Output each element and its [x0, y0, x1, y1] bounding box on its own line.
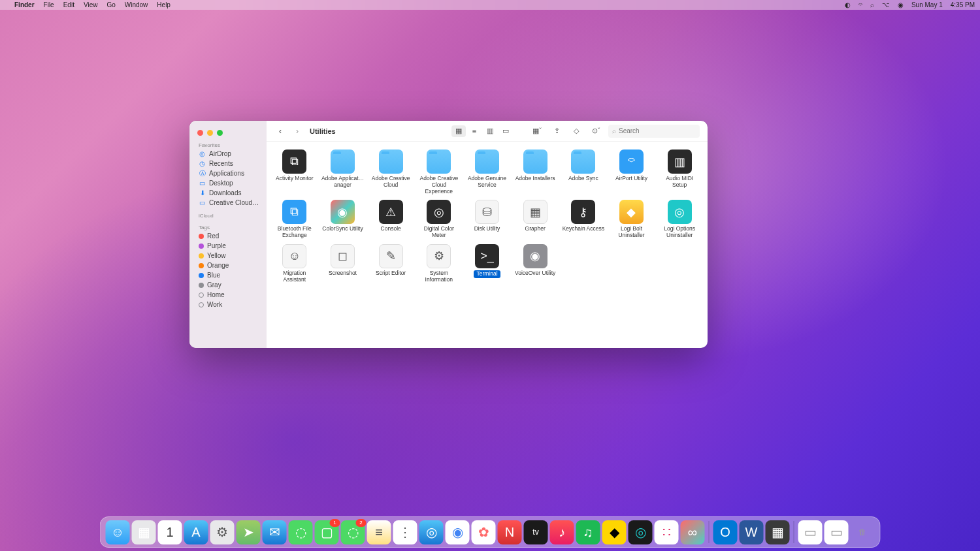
file-item[interactable]: ⚠Console [367, 198, 415, 240]
file-item[interactable]: ⚷Keychain Access [559, 198, 608, 240]
dock-item-safari[interactable]: ◎ [419, 520, 444, 544]
menubar-date[interactable]: Sun May 1 [911, 1, 943, 8]
dock-item-messages[interactable]: ◌ [289, 520, 313, 544]
file-item[interactable]: Adobe Creative Cloud Experience [415, 148, 463, 196]
sidebar: Favorites ◎AirDrop◷RecentsⒶApplications▭… [189, 121, 267, 348]
dock-item-settings[interactable]: ⚙ [210, 520, 235, 544]
file-item[interactable]: ▦Grapher [511, 198, 559, 240]
file-item[interactable]: ⚙System Information [415, 243, 463, 285]
window-maximize-button[interactable] [217, 130, 223, 136]
sidebar-tag[interactable]: Work [189, 300, 267, 309]
window-close-button[interactable] [197, 130, 203, 136]
dock-item-notes[interactable]: ≡ [367, 520, 391, 544]
search-field[interactable]: ⌕ [608, 125, 700, 138]
dock-item-mail[interactable]: ✉ [263, 520, 287, 544]
sidebar-tag[interactable]: Purple [189, 241, 267, 251]
sidebar-tag[interactable]: Home [189, 290, 267, 300]
tag-dot-icon [199, 263, 204, 268]
sidebar-item[interactable]: ◎AirDrop [189, 149, 267, 159]
dock-item-launchpad[interactable]: ▦ [132, 520, 156, 544]
dock-item-calendar[interactable]: 1 [158, 520, 182, 544]
app-menu[interactable]: Finder [14, 1, 35, 8]
sidebar-item[interactable]: ⬇Downloads [189, 188, 267, 198]
sidebar-tag[interactable]: Red [189, 231, 267, 241]
view-gallery-button[interactable]: ▭ [498, 125, 513, 137]
file-item[interactable]: ⧉Bluetooth File Exchange [270, 198, 319, 240]
sidebar-item[interactable]: ▭Desktop [189, 178, 267, 188]
back-button[interactable]: ‹ [274, 125, 286, 137]
control-center-icon[interactable]: ⌥ [882, 1, 890, 8]
dock-item-news[interactable]: N [498, 520, 522, 544]
menu-file[interactable]: File [44, 1, 54, 8]
dock-item-logi[interactable]: ◆ [602, 520, 627, 544]
file-item[interactable]: ◉ColorSync Utility [319, 198, 367, 240]
view-columns-button[interactable]: ▥ [483, 125, 497, 137]
menu-window[interactable]: Window [125, 1, 148, 8]
dock-item-appstore[interactable]: A [184, 520, 208, 544]
sidebar-item[interactable]: ⒶApplications [189, 168, 267, 178]
sidebar-tag[interactable]: Gray [189, 280, 267, 290]
file-item[interactable]: ☺Migration Assistant [270, 243, 319, 285]
menubar-time[interactable]: 4:35 PM [951, 1, 975, 8]
dock-item-slack[interactable]: ∷ [655, 520, 679, 544]
sidebar-item[interactable]: ◷Recents [189, 159, 267, 168]
file-item[interactable]: Adobe Creative Cloud [367, 148, 415, 196]
file-item[interactable]: Adobe Genuine Service [463, 148, 512, 196]
file-item[interactable]: ◉VoiceOver Utility [511, 243, 559, 285]
group-button[interactable]: ▦ˇ [530, 125, 544, 137]
dock-item-outlook[interactable]: O [713, 520, 738, 544]
dock-item-music[interactable]: ♪ [550, 520, 574, 544]
dock-item-word[interactable]: W [740, 520, 764, 544]
dock-separator [794, 521, 794, 543]
file-item[interactable]: ◎Logi Options Uninstaller [655, 198, 704, 240]
sidebar-item[interactable]: ▭Creative Cloud… [189, 198, 267, 208]
file-item[interactable]: ⛁Disk Utility [463, 198, 512, 240]
sidebar-tag[interactable]: Blue [189, 270, 267, 280]
dock-item-messages2[interactable]: ◌ [341, 520, 365, 544]
dock-item-cc[interactable]: ∞ [681, 520, 705, 544]
siri-icon[interactable]: ◉ [898, 1, 904, 8]
status-icon[interactable]: ◐ [845, 1, 851, 8]
dock-item-spotify[interactable]: ♫ [576, 520, 600, 544]
dock-item-calc[interactable]: ▦ [766, 520, 790, 544]
menu-go[interactable]: Go [106, 1, 115, 8]
sidebar-item-label: Downloads [209, 189, 241, 197]
file-item[interactable]: ✎Script Editor [367, 243, 415, 285]
file-item[interactable]: Adobe Installers [511, 148, 559, 196]
dock-item-facetime[interactable]: ▢ [315, 520, 339, 544]
dock-item-finder[interactable]: ☺ [106, 520, 130, 544]
spotlight-icon[interactable]: ⌕ [870, 1, 874, 8]
share-button[interactable]: ⇪ [549, 125, 564, 137]
view-list-button[interactable]: ≡ [467, 125, 482, 137]
tags-button[interactable]: ◇ [569, 125, 583, 137]
file-item[interactable]: >_Terminal [463, 243, 512, 285]
dock-item-trash[interactable]: 🗑 [851, 520, 875, 544]
file-item[interactable]: ◆Logi Bolt Uninstaller [608, 198, 656, 240]
wifi-icon[interactable]: ⌔ [858, 1, 862, 8]
menu-view[interactable]: View [84, 1, 98, 8]
view-icons-button[interactable]: ▦ [451, 125, 466, 137]
menu-edit[interactable]: Edit [63, 1, 74, 8]
file-item[interactable]: ◎Digital Color Meter [415, 198, 463, 240]
file-item[interactable]: ▥Audio MIDI Setup [655, 148, 704, 196]
actions-button[interactable]: ⊙ˇ [589, 125, 603, 137]
dock-item-photos[interactable]: ✿ [472, 520, 496, 544]
dock-item-tv[interactable]: tv [524, 520, 548, 544]
file-item[interactable]: ⌔AirPort Utility [608, 148, 656, 196]
dock-item-folder[interactable]: ▭ [798, 520, 823, 544]
sidebar-tag[interactable]: Orange [189, 260, 267, 270]
file-item[interactable]: Adobe Sync [559, 148, 608, 196]
file-item[interactable]: Adobe Applicat…anager [319, 148, 367, 196]
dock-item-globe[interactable]: ◎ [629, 520, 653, 544]
sidebar-tag[interactable]: Yellow [189, 251, 267, 260]
dock-item-folder2[interactable]: ▭ [825, 520, 849, 544]
file-item[interactable]: ◻Screenshot [319, 243, 367, 285]
file-item[interactable]: ⧉Activity Monitor [270, 148, 319, 196]
dock-item-chrome[interactable]: ◉ [446, 520, 470, 544]
dock-item-reminders[interactable]: ⋮ [393, 520, 417, 544]
menu-help[interactable]: Help [157, 1, 171, 8]
window-minimize-button[interactable] [207, 130, 213, 136]
forward-button[interactable]: › [291, 125, 303, 137]
dock-item-maps[interactable]: ➤ [237, 520, 261, 544]
search-input[interactable] [619, 127, 696, 134]
